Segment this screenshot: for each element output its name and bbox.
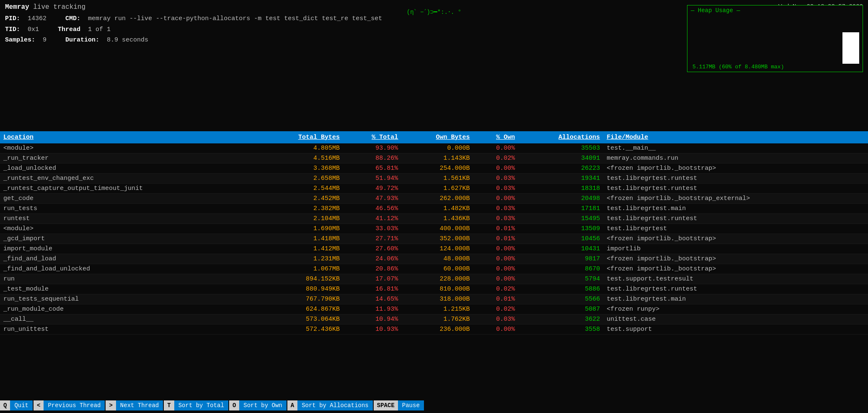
table-cell: 65.81% [343,163,401,173]
table-cell: 0.02% [473,284,519,294]
allocations-table: Location Total Bytes % Total Own Bytes %… [0,131,868,335]
table-cell: 0.01% [473,294,519,304]
table-cell: 767.790KB [258,294,343,304]
app-name: Memray [5,3,29,11]
cmd-value: memray run --live --trace-python-allocat… [88,15,382,22]
table-cell: 51.94% [343,173,401,183]
pid-line: PID: 14362 CMD: memray run --live --trac… [5,13,382,24]
table-cell: 3.368MB [258,163,343,173]
table-cell: runtest [0,213,258,223]
table-cell: <module> [0,143,258,153]
table-cell: 93.90% [343,143,401,153]
footer-label: Next Thread [116,400,163,410]
table-row: _load_unlocked3.368MB65.81%254.000B0.00%… [0,163,868,173]
table-cell: _runtest_capture_output_timeout_junit [0,183,258,193]
table-cell: 26223 [518,163,603,173]
table-row: run894.152KB17.07%228.000B0.00%5794test.… [0,274,868,284]
table-row: run_tests_sequential767.790KB14.65%318.0… [0,294,868,304]
table-cell: __call__ [0,314,258,324]
table-row: _run_module_code624.867KB11.93%1.215KB0.… [0,304,868,314]
header-left: Memray live tracking PID: 14362 CMD: mem… [5,3,382,46]
table-cell: 15495 [518,213,603,223]
table-cell: 41.12% [343,213,401,223]
table-cell: 0.00% [473,254,519,264]
table-cell: 228.000B [401,274,473,284]
table-cell: 352.000B [401,234,473,244]
table-cell: 0.000B [401,143,473,153]
table-cell: 49.72% [343,183,401,193]
col-header-pct-own: % Own [473,131,519,143]
table-cell: 5566 [518,294,603,304]
table-cell: <frozen runpy> [603,304,868,314]
heap-title: — Heap Usage — [687,5,863,16]
col-header-file-module: File/Module [603,131,868,143]
footer-label: Quit [10,400,33,410]
heap-bar-container [842,22,859,64]
table-cell: 24.06% [343,254,401,264]
table-cell: _find_and_load [0,254,258,264]
pid-value: 14362 [28,15,46,22]
footer-label: Sort by Total [174,400,228,410]
table-cell: test.__main__ [603,143,868,153]
table-cell: test.libregrtest.runtest [603,284,868,294]
table-cell: 0.03% [473,183,519,193]
table-cell: test.support.testresult [603,274,868,284]
table-row: <module>1.690MB33.03%400.000B0.01%13509t… [0,223,868,234]
table-cell: 88.26% [343,153,401,163]
table-cell: 1.412MB [258,244,343,254]
table-cell: 262.000B [401,193,473,203]
table-cell: <frozen importlib._bootstrap> [603,254,868,264]
footer-key[interactable]: > [106,400,116,410]
table-cell: _run_tracker [0,153,258,163]
table-cell: 5886 [518,284,603,294]
table-cell: test.libregrtest [603,223,868,234]
table-cell: 880.949KB [258,284,343,294]
table-cell: _find_and_load_unlocked [0,264,258,274]
table-cell: 10.93% [343,324,401,334]
table-cell: 3558 [518,324,603,334]
table-cell: 1.627KB [401,183,473,193]
table-cell: 1.482KB [401,203,473,213]
footer-key[interactable]: A [287,400,297,410]
table-cell: 573.064KB [258,314,343,324]
footer-key[interactable]: O [229,400,239,410]
table-cell: 236.000B [401,324,473,334]
table-row: run_tests2.382MB46.56%1.482KB0.03%17181t… [0,203,868,213]
table-cell: unittest.case [603,314,868,324]
tid-label: TID: [5,26,20,33]
table-row: <module>4.805MB93.90%0.000B0.00%35503tes… [0,143,868,153]
col-header-own-bytes: Own Bytes [401,131,473,143]
thread-value: 1 of 1 [88,26,111,33]
table-cell: 0.01% [473,223,519,234]
table-cell: _run_module_code [0,304,258,314]
table-row: runtest2.104MB41.12%1.436KB0.03%15495tes… [0,213,868,223]
table-cell: 0.03% [473,173,519,183]
table-cell: 0.01% [473,234,519,244]
col-header-location: Location [0,131,258,143]
table-cell: 34091 [518,153,603,163]
app-subtitle: live tracking [29,3,85,11]
main-table-wrapper: Location Total Bytes % Total Own Bytes %… [0,131,868,335]
table-body: <module>4.805MB93.90%0.000B0.00%35503tes… [0,143,868,335]
table-cell: 894.152KB [258,274,343,284]
table-cell: 400.000B [401,223,473,234]
tid-value: 0x1 [28,26,39,33]
duration-label: Duration: [65,36,99,44]
footer-key[interactable]: < [34,400,44,410]
table-cell: 1.215KB [401,304,473,314]
table-row: _find_and_load1.231MB24.06%48.000B0.00%9… [0,254,868,264]
table-cell: <frozen importlib._bootstrap> [603,234,868,244]
table-cell: 9817 [518,254,603,264]
table-cell: <frozen importlib._bootstrap> [603,163,868,173]
footer-key[interactable]: SPACE [374,400,398,410]
heap-label: 5.117MB (60% of 8.480MB max) [689,63,787,71]
footer-key[interactable]: T [164,400,174,410]
samples-value: 9 [43,36,46,44]
table-cell: 0.02% [473,153,519,163]
footer-key[interactable]: Q [0,400,10,410]
table-cell: 0.02% [473,304,519,314]
table-cell: test.libregrtest.main [603,203,868,213]
tid-line: TID: 0x1 Thread 1 of 1 [5,24,382,35]
table-cell: 254.000B [401,163,473,173]
table-cell: 17181 [518,203,603,213]
